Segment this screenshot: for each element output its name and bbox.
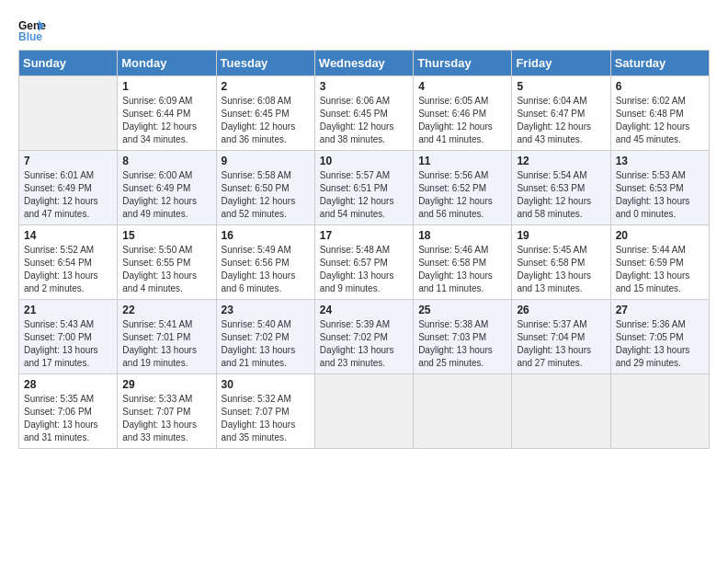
day-number: 21: [24, 304, 112, 316]
cell-info: Sunrise: 5:49 AMSunset: 6:56 PMDaylight:…: [222, 244, 310, 295]
calendar-week-4: 21Sunrise: 5:43 AMSunset: 7:00 PMDayligh…: [19, 300, 710, 374]
cell-info: Sunrise: 5:52 AMSunset: 6:54 PMDaylight:…: [24, 244, 112, 295]
day-number: 17: [320, 229, 408, 242]
day-number: 3: [320, 80, 408, 93]
day-of-week-row: SundayMondayTuesdayWednesdayThursdayFrid…: [19, 51, 710, 76]
cell-info: Sunrise: 5:57 AMSunset: 6:51 PMDaylight:…: [320, 169, 408, 221]
calendar-cell: [610, 374, 709, 449]
cell-info: Sunrise: 6:01 AMSunset: 6:49 PMDaylight:…: [24, 169, 112, 221]
cell-info: Sunrise: 5:39 AMSunset: 7:02 PMDaylight:…: [320, 318, 408, 370]
day-number: 6: [616, 80, 704, 93]
calendar-cell: 15Sunrise: 5:50 AMSunset: 6:55 PMDayligh…: [118, 225, 216, 300]
calendar-cell: 20Sunrise: 5:44 AMSunset: 6:59 PMDayligh…: [610, 225, 709, 300]
calendar-cell: 5Sunrise: 6:04 AMSunset: 6:47 PMDaylight…: [512, 76, 610, 151]
calendar-cell: 7Sunrise: 6:01 AMSunset: 6:49 PMDaylight…: [19, 151, 118, 225]
calendar-cell: 28Sunrise: 5:35 AMSunset: 7:06 PMDayligh…: [19, 374, 118, 449]
calendar-week-3: 14Sunrise: 5:52 AMSunset: 6:54 PMDayligh…: [19, 225, 710, 300]
day-number: 25: [418, 304, 506, 316]
calendar-cell: [314, 374, 413, 449]
calendar-cell: 16Sunrise: 5:49 AMSunset: 6:56 PMDayligh…: [216, 225, 314, 300]
cell-info: Sunrise: 5:38 AMSunset: 7:03 PMDaylight:…: [418, 318, 506, 370]
cell-info: Sunrise: 5:50 AMSunset: 6:55 PMDaylight:…: [122, 244, 210, 295]
calendar-cell: 19Sunrise: 5:45 AMSunset: 6:58 PMDayligh…: [512, 225, 610, 300]
calendar-cell: 23Sunrise: 5:40 AMSunset: 7:02 PMDayligh…: [216, 300, 314, 374]
calendar-cell: 30Sunrise: 5:32 AMSunset: 7:07 PMDayligh…: [216, 374, 314, 449]
calendar-week-2: 7Sunrise: 6:01 AMSunset: 6:49 PMDaylight…: [19, 151, 710, 225]
calendar-cell: 4Sunrise: 6:05 AMSunset: 6:46 PMDaylight…: [414, 76, 512, 151]
cell-info: Sunrise: 5:58 AMSunset: 6:50 PMDaylight:…: [222, 169, 310, 221]
cell-info: Sunrise: 5:40 AMSunset: 7:02 PMDaylight:…: [222, 318, 310, 370]
day-number: 8: [122, 155, 210, 167]
cell-info: Sunrise: 5:46 AMSunset: 6:58 PMDaylight:…: [418, 244, 506, 295]
page-header: General Blue: [18, 18, 710, 40]
dow-header-saturday: Saturday: [610, 51, 709, 76]
day-number: 4: [418, 80, 506, 93]
cell-info: Sunrise: 5:53 AMSunset: 6:53 PMDaylight:…: [616, 169, 704, 221]
day-number: 19: [517, 229, 605, 242]
calendar-cell: [512, 374, 610, 449]
cell-info: Sunrise: 6:09 AMSunset: 6:44 PMDaylight:…: [122, 95, 210, 146]
day-number: 5: [517, 80, 605, 93]
calendar-cell: 26Sunrise: 5:37 AMSunset: 7:04 PMDayligh…: [512, 300, 610, 374]
day-number: 10: [320, 155, 408, 167]
cell-info: Sunrise: 5:35 AMSunset: 7:06 PMDaylight:…: [24, 393, 112, 444]
cell-info: Sunrise: 6:02 AMSunset: 6:48 PMDaylight:…: [616, 95, 704, 146]
calendar-cell: 18Sunrise: 5:46 AMSunset: 6:58 PMDayligh…: [414, 225, 512, 300]
day-number: 12: [517, 155, 605, 167]
day-number: 18: [418, 229, 506, 242]
day-number: 29: [122, 378, 210, 391]
calendar-cell: 29Sunrise: 5:33 AMSunset: 7:07 PMDayligh…: [118, 374, 216, 449]
calendar-cell: 12Sunrise: 5:54 AMSunset: 6:53 PMDayligh…: [512, 151, 610, 225]
dow-header-thursday: Thursday: [414, 51, 512, 76]
day-number: 30: [222, 378, 310, 391]
dow-header-monday: Monday: [118, 51, 216, 76]
calendar-cell: 10Sunrise: 5:57 AMSunset: 6:51 PMDayligh…: [314, 151, 413, 225]
day-number: 28: [24, 378, 112, 391]
cell-info: Sunrise: 5:41 AMSunset: 7:01 PMDaylight:…: [122, 318, 210, 370]
day-number: 1: [122, 80, 210, 93]
cell-info: Sunrise: 5:32 AMSunset: 7:07 PMDaylight:…: [222, 393, 310, 444]
day-number: 11: [418, 155, 506, 167]
cell-info: Sunrise: 5:36 AMSunset: 7:05 PMDaylight:…: [616, 318, 704, 370]
calendar-week-5: 28Sunrise: 5:35 AMSunset: 7:06 PMDayligh…: [19, 374, 710, 449]
cell-info: Sunrise: 5:45 AMSunset: 6:58 PMDaylight:…: [517, 244, 605, 295]
calendar-cell: 25Sunrise: 5:38 AMSunset: 7:03 PMDayligh…: [414, 300, 512, 374]
logo-icon: General Blue: [18, 18, 46, 40]
cell-info: Sunrise: 5:48 AMSunset: 6:57 PMDaylight:…: [320, 244, 408, 295]
day-number: 2: [222, 80, 310, 93]
calendar-table: SundayMondayTuesdayWednesdayThursdayFrid…: [18, 50, 710, 449]
dow-header-sunday: Sunday: [19, 51, 118, 76]
day-number: 22: [122, 304, 210, 316]
cell-info: Sunrise: 6:04 AMSunset: 6:47 PMDaylight:…: [517, 95, 605, 146]
calendar-cell: 14Sunrise: 5:52 AMSunset: 6:54 PMDayligh…: [19, 225, 118, 300]
cell-info: Sunrise: 5:56 AMSunset: 6:52 PMDaylight:…: [418, 169, 506, 221]
calendar-cell: 27Sunrise: 5:36 AMSunset: 7:05 PMDayligh…: [610, 300, 709, 374]
calendar-cell: 17Sunrise: 5:48 AMSunset: 6:57 PMDayligh…: [314, 225, 413, 300]
calendar-cell: [414, 374, 512, 449]
cell-info: Sunrise: 5:33 AMSunset: 7:07 PMDaylight:…: [122, 393, 210, 444]
cell-info: Sunrise: 5:44 AMSunset: 6:59 PMDaylight:…: [616, 244, 704, 295]
calendar-cell: 24Sunrise: 5:39 AMSunset: 7:02 PMDayligh…: [314, 300, 413, 374]
day-number: 15: [122, 229, 210, 242]
day-number: 14: [24, 229, 112, 242]
day-number: 16: [222, 229, 310, 242]
dow-header-friday: Friday: [512, 51, 610, 76]
svg-text:Blue: Blue: [18, 30, 42, 40]
cell-info: Sunrise: 6:05 AMSunset: 6:46 PMDaylight:…: [418, 95, 506, 146]
day-number: 13: [616, 155, 704, 167]
calendar-body: 1Sunrise: 6:09 AMSunset: 6:44 PMDaylight…: [19, 76, 710, 449]
dow-header-tuesday: Tuesday: [216, 51, 314, 76]
cell-info: Sunrise: 6:06 AMSunset: 6:45 PMDaylight:…: [320, 95, 408, 146]
calendar-cell: 21Sunrise: 5:43 AMSunset: 7:00 PMDayligh…: [19, 300, 118, 374]
calendar-cell: 9Sunrise: 5:58 AMSunset: 6:50 PMDaylight…: [216, 151, 314, 225]
calendar-cell: 1Sunrise: 6:09 AMSunset: 6:44 PMDaylight…: [118, 76, 216, 151]
cell-info: Sunrise: 5:37 AMSunset: 7:04 PMDaylight:…: [517, 318, 605, 370]
calendar-cell: 2Sunrise: 6:08 AMSunset: 6:45 PMDaylight…: [216, 76, 314, 151]
day-number: 24: [320, 304, 408, 316]
cell-info: Sunrise: 5:54 AMSunset: 6:53 PMDaylight:…: [517, 169, 605, 221]
calendar-cell: 11Sunrise: 5:56 AMSunset: 6:52 PMDayligh…: [414, 151, 512, 225]
cell-info: Sunrise: 5:43 AMSunset: 7:00 PMDaylight:…: [24, 318, 112, 370]
calendar-cell: 8Sunrise: 6:00 AMSunset: 6:49 PMDaylight…: [118, 151, 216, 225]
day-number: 7: [24, 155, 112, 167]
day-number: 27: [616, 304, 704, 316]
